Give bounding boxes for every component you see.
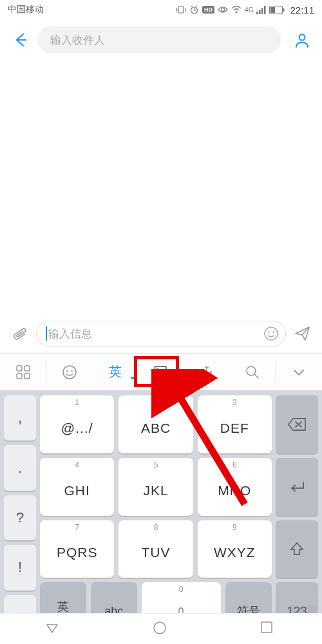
key-6-mno[interactable]: 6MNO bbox=[198, 458, 272, 516]
svg-rect-15 bbox=[270, 7, 275, 13]
network-label: 4G bbox=[245, 6, 253, 14]
key-1[interactable]: 1@.../ bbox=[40, 395, 114, 453]
svg-rect-13 bbox=[264, 6, 266, 14]
battery-icon bbox=[269, 6, 285, 14]
message-placeholder: 输入信息 bbox=[48, 327, 92, 341]
nav-recent[interactable] bbox=[260, 620, 278, 638]
key-7-pqrs[interactable]: 7PQRS bbox=[40, 520, 114, 578]
svg-point-27 bbox=[63, 366, 76, 379]
key-2-abc[interactable]: 2ABC bbox=[118, 395, 193, 453]
nav-back[interactable] bbox=[44, 620, 62, 638]
signal-icon bbox=[256, 6, 266, 14]
svg-rect-10 bbox=[256, 12, 258, 14]
key-shift[interactable] bbox=[276, 520, 318, 578]
svg-point-29 bbox=[71, 370, 73, 372]
ime-cursor-button[interactable] bbox=[184, 354, 230, 390]
nav-home[interactable] bbox=[152, 620, 170, 638]
hd-badge: HD bbox=[202, 6, 214, 14]
key-period[interactable]: . bbox=[4, 445, 36, 490]
key-comma[interactable]: , bbox=[4, 395, 36, 440]
key-3-def[interactable]: 3DEF bbox=[198, 395, 272, 453]
svg-rect-24 bbox=[24, 366, 30, 371]
ime-grid-button[interactable] bbox=[0, 354, 46, 390]
key-9-wxyz[interactable]: 9WXYZ bbox=[198, 520, 272, 578]
shift-icon bbox=[289, 541, 305, 556]
vibrate-icon bbox=[176, 5, 186, 14]
kb-main-grid: 1@.../ 2ABC 3DEF 4GHI 5JKL 6MNO 7PQRS 8T… bbox=[40, 395, 272, 640]
backspace-icon bbox=[287, 417, 307, 431]
status-bar: 中国移动 HD 4G 22:11 bbox=[0, 0, 322, 19]
ime-emoji-button[interactable] bbox=[46, 354, 92, 390]
kb-punct-column: , . ? ! ~ bbox=[4, 395, 36, 640]
ime-lang-button[interactable]: 英 bbox=[92, 354, 138, 390]
svg-rect-12 bbox=[261, 8, 263, 14]
svg-point-9 bbox=[236, 11, 238, 13]
svg-line-7 bbox=[196, 6, 197, 7]
svg-point-18 bbox=[299, 35, 305, 41]
back-button[interactable] bbox=[12, 32, 28, 48]
compose-header: 输入收件人 bbox=[0, 19, 322, 61]
svg-line-6 bbox=[191, 6, 193, 7]
svg-point-20 bbox=[268, 332, 269, 333]
ime-toolbar: 英 写 bbox=[0, 353, 322, 390]
svg-point-38 bbox=[154, 622, 166, 634]
message-input[interactable]: 输入信息 bbox=[36, 321, 286, 346]
svg-point-21 bbox=[272, 332, 274, 333]
clock: 22:11 bbox=[290, 5, 314, 15]
wifi-icon bbox=[231, 6, 242, 14]
key-exclaim[interactable]: ! bbox=[4, 545, 36, 590]
emoji-in-input-button[interactable] bbox=[263, 326, 279, 341]
key-question[interactable]: ? bbox=[4, 495, 36, 540]
eye-icon bbox=[218, 6, 228, 14]
ime-handwrite-button[interactable]: 写 bbox=[138, 354, 184, 390]
svg-rect-23 bbox=[17, 366, 22, 371]
svg-point-31 bbox=[247, 366, 256, 375]
svg-rect-26 bbox=[24, 374, 30, 379]
svg-point-8 bbox=[222, 8, 225, 12]
message-area bbox=[0, 61, 322, 314]
svg-rect-39 bbox=[261, 622, 272, 632]
add-contact-button[interactable] bbox=[294, 32, 310, 48]
svg-rect-25 bbox=[17, 374, 22, 379]
ime-search-button[interactable] bbox=[230, 354, 276, 390]
svg-line-32 bbox=[255, 374, 259, 378]
svg-rect-0 bbox=[178, 6, 184, 13]
svg-rect-11 bbox=[259, 10, 261, 14]
svg-point-19 bbox=[265, 327, 278, 340]
compose-input-row: 输入信息 bbox=[0, 314, 322, 353]
highlight-annotation bbox=[134, 356, 179, 387]
key-enter[interactable] bbox=[276, 458, 318, 516]
attach-button[interactable] bbox=[10, 325, 28, 343]
kb-right-column: 123 bbox=[276, 395, 318, 640]
system-navbar bbox=[0, 613, 322, 644]
ime-collapse-button[interactable] bbox=[276, 354, 322, 390]
recipient-input[interactable]: 输入收件人 bbox=[37, 26, 281, 53]
key-backspace[interactable] bbox=[276, 395, 318, 453]
carrier-label: 中国移动 bbox=[8, 4, 44, 15]
text-cursor bbox=[46, 327, 47, 341]
alarm-icon bbox=[189, 5, 199, 15]
key-4-ghi[interactable]: 4GHI bbox=[40, 458, 114, 516]
key-8-tuv[interactable]: 8TUV bbox=[118, 520, 193, 578]
enter-icon bbox=[288, 480, 306, 494]
keyboard: , . ? ! ~ 1@.../ 2ABC 3DEF 4GHI 5JKL 6MN… bbox=[0, 390, 322, 644]
key-5-jkl[interactable]: 5JKL bbox=[118, 458, 193, 516]
svg-point-28 bbox=[66, 370, 68, 372]
send-button[interactable] bbox=[294, 325, 312, 343]
svg-rect-16 bbox=[283, 8, 285, 12]
